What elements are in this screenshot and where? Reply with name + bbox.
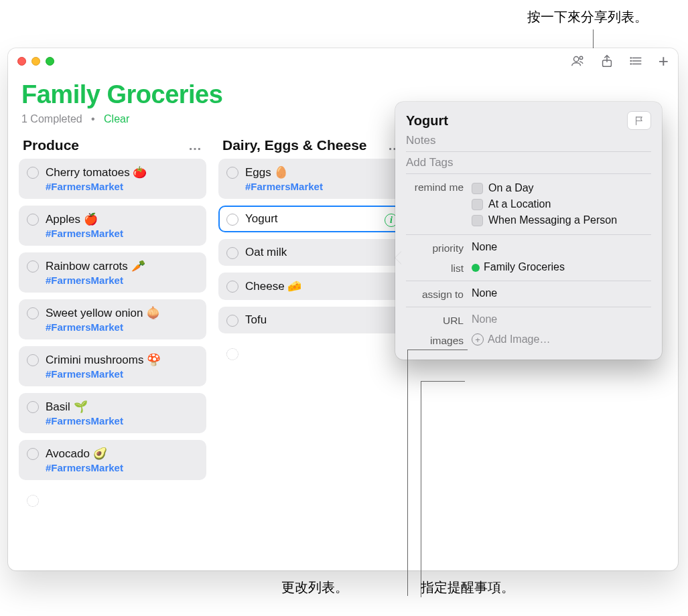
reminder-item[interactable]: Sweet yellow onion 🧅 #FarmersMarket	[19, 299, 206, 339]
flag-button[interactable]	[627, 111, 651, 130]
new-reminder-placeholder[interactable]	[19, 487, 206, 514]
column-produce: Produce … Cherry tomatoes 🍅 #FarmersMark…	[19, 137, 206, 520]
url-value[interactable]: None	[472, 313, 651, 325]
reminder-title: Avocado 🥑	[46, 447, 198, 461]
callout-leader-share	[593, 29, 594, 48]
callout-leader	[407, 350, 408, 596]
toolbar: +	[570, 52, 669, 70]
svg-point-1	[579, 56, 582, 59]
checkbox-icon	[472, 183, 483, 194]
completed-count: 1 Completed	[21, 113, 82, 125]
reminder-title: Cheese 🧀	[245, 279, 398, 293]
add-reminder-button[interactable]: +	[659, 52, 669, 70]
new-reminder-placeholder[interactable]	[218, 340, 406, 367]
complete-toggle	[27, 495, 39, 507]
minimize-window-button[interactable]	[31, 57, 40, 66]
reminder-item[interactable]: Cherry tomatoes 🍅 #FarmersMarket	[19, 159, 206, 199]
divider	[406, 281, 651, 281]
complete-toggle[interactable]	[27, 401, 39, 413]
complete-toggle[interactable]	[27, 448, 39, 460]
reminder-tag[interactable]: #FarmersMarket	[46, 181, 198, 192]
reminder-title: Cherry tomatoes 🍅	[46, 165, 198, 179]
separator-dot: •	[85, 113, 100, 125]
reminder-item[interactable]: Avocado 🥑 #FarmersMarket	[19, 440, 206, 480]
complete-toggle	[226, 348, 238, 360]
remind-when-messaging[interactable]: When Messaging a Person	[472, 212, 651, 228]
reminder-tag[interactable]: #FarmersMarket	[46, 415, 198, 427]
reminder-item-selected[interactable]: Yogurt i	[218, 206, 406, 232]
callout-assign: 指定提醒事項。	[421, 579, 514, 597]
complete-toggle[interactable]	[226, 167, 238, 179]
reminder-title: Rainbow carrots 🥕	[46, 259, 198, 273]
reminder-item[interactable]: Oat milk	[218, 239, 406, 266]
view-options-icon[interactable]	[629, 54, 644, 68]
svg-point-0	[573, 57, 578, 62]
callout-leader	[421, 381, 465, 382]
plus-circle-icon: +	[472, 333, 484, 345]
clear-button[interactable]: Clear	[104, 113, 129, 125]
complete-toggle[interactable]	[27, 214, 39, 226]
reminder-tag[interactable]: #FarmersMarket	[46, 228, 198, 239]
complete-toggle[interactable]	[226, 214, 238, 226]
column-header-produce: Produce …	[19, 137, 206, 159]
add-image-label: Add Image…	[488, 333, 550, 345]
titlebar: +	[8, 48, 678, 74]
complete-toggle[interactable]	[226, 315, 238, 327]
tags-field[interactable]: Add Tags	[406, 152, 651, 174]
remind-at-location[interactable]: At a Location	[472, 196, 651, 212]
reminder-item[interactable]: Tofu	[218, 307, 406, 333]
label-priority: priority	[406, 241, 472, 254]
share-icon[interactable]	[600, 54, 614, 68]
reminder-item[interactable]: Basil 🌱 #FarmersMarket	[19, 393, 206, 433]
reminder-item[interactable]: Apples 🍎 #FarmersMarket	[19, 206, 206, 246]
popover-title[interactable]: Yogurt	[406, 113, 620, 129]
reminder-tag[interactable]: #FarmersMarket	[46, 275, 198, 286]
reminder-item[interactable]: Crimini mushrooms 🍄 #FarmersMarket	[19, 346, 206, 386]
complete-toggle[interactable]	[27, 260, 39, 273]
priority-value[interactable]: None	[472, 241, 651, 253]
reminder-tag[interactable]: #FarmersMarket	[46, 321, 198, 333]
reminder-tag[interactable]: #FarmersMarket	[46, 462, 198, 473]
divider	[406, 234, 651, 235]
reminder-title: Sweet yellow onion 🧅	[46, 306, 198, 320]
assign-value[interactable]: None	[472, 287, 651, 299]
flag-icon	[634, 115, 645, 127]
callout-leader	[407, 350, 468, 350]
label-remind: remind me	[406, 180, 472, 194]
reminder-title: Apples 🍎	[46, 212, 198, 226]
callout-leader	[421, 381, 421, 597]
collaborate-icon[interactable]	[570, 54, 585, 68]
list-value[interactable]: Family Groceries	[472, 261, 651, 273]
column-title: Produce	[23, 137, 79, 153]
complete-toggle[interactable]	[226, 247, 238, 259]
reminder-tag[interactable]: #FarmersMarket	[46, 368, 198, 380]
reminder-title: Basil 🌱	[46, 400, 198, 414]
reminder-title: Crimini mushrooms 🍄	[46, 353, 198, 367]
column-header-dairy: Dairy, Eggs & Cheese …	[218, 137, 406, 159]
remind-on-day[interactable]: On a Day	[472, 180, 651, 196]
label-images: images	[406, 333, 472, 347]
label-assign: assign to	[406, 287, 472, 301]
notes-field[interactable]: Notes	[406, 130, 651, 152]
remind-option-label: At a Location	[488, 198, 551, 210]
reminder-tag[interactable]: #FarmersMarket	[245, 181, 398, 192]
checkbox-icon	[472, 199, 483, 210]
reminder-item[interactable]: Eggs 🥚 #FarmersMarket	[218, 159, 406, 199]
list-name: Family Groceries	[484, 261, 565, 273]
zoom-window-button[interactable]	[46, 57, 54, 66]
svg-point-6	[630, 58, 631, 58]
reminder-item[interactable]: Rainbow carrots 🥕 #FarmersMarket	[19, 252, 206, 293]
divider	[406, 307, 651, 307]
complete-toggle[interactable]	[27, 167, 39, 179]
column-more-button[interactable]: …	[188, 138, 202, 153]
complete-toggle[interactable]	[27, 354, 39, 366]
column-dairy: Dairy, Eggs & Cheese … Eggs 🥚 #FarmersMa…	[218, 137, 406, 520]
window-controls	[17, 57, 54, 66]
reminder-detail-popover: Yogurt Notes Add Tags remind me On a Day…	[395, 102, 662, 360]
reminder-item[interactable]: Cheese 🧀	[218, 273, 406, 300]
complete-toggle[interactable]	[27, 307, 39, 319]
complete-toggle[interactable]	[226, 281, 238, 293]
reminder-title: Oat milk	[245, 246, 398, 259]
close-window-button[interactable]	[17, 57, 26, 66]
add-image-button[interactable]: + Add Image…	[472, 333, 651, 345]
